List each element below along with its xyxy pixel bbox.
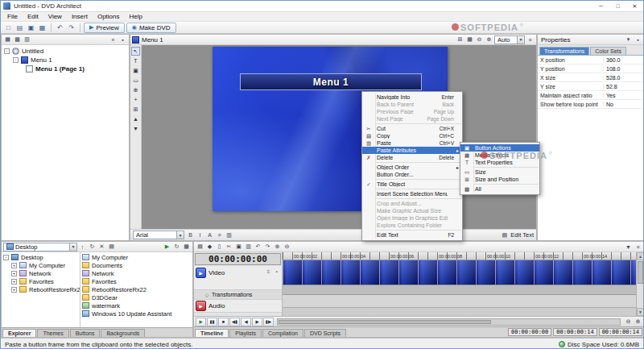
menu-item-title-object[interactable]: ✓Title Object bbox=[362, 181, 462, 188]
explorer-tree-item-favorites[interactable]: +Favorites bbox=[2, 277, 80, 285]
horizontal-scrollbar[interactable] bbox=[277, 318, 621, 326]
auto-preview-icon[interactable]: ↻ bbox=[172, 243, 181, 251]
redo-icon[interactable]: ↷ bbox=[66, 23, 76, 33]
stop-button[interactable]: ■ bbox=[218, 318, 229, 326]
zoom-out-icon[interactable]: ⊖ bbox=[475, 35, 484, 44]
zoom-in-icon[interactable]: ⊕ bbox=[273, 243, 282, 251]
track-mute-icon[interactable]: ▪ bbox=[273, 268, 280, 275]
property-value[interactable]: No bbox=[604, 102, 644, 107]
property-value[interactable]: 528.0 bbox=[604, 75, 644, 81]
menu-item-copy[interactable]: ▤CopyCtrl+C bbox=[362, 132, 462, 139]
menu-item-paste-attributes[interactable]: Paste Attributes► bbox=[362, 147, 462, 154]
menu-item-button-actions[interactable]: ▣Button Actions bbox=[460, 144, 539, 152]
track-fx-icon[interactable]: ≡ bbox=[265, 268, 272, 275]
properties-tab-color-sets[interactable]: Color Sets bbox=[590, 47, 626, 55]
property-value[interactable]: 108.0 bbox=[604, 66, 644, 72]
project-properties-icon[interactable]: ▦ bbox=[37, 23, 47, 33]
menu-item-open-image-in-graphics-editor[interactable]: Open Image in Graphics Editor bbox=[362, 214, 462, 222]
timeline-tab-timeline[interactable]: Timeline bbox=[195, 329, 229, 337]
menu-item-media-effects[interactable]: ▦Media Effects bbox=[460, 152, 539, 159]
file-item-windows-10-update-assistant[interactable]: Windows 10 Update Assistant bbox=[80, 310, 192, 318]
menu-editor-canvas[interactable]: Menu 1 bbox=[142, 45, 536, 229]
chapter-marker-icon[interactable]: ▼ bbox=[624, 243, 633, 251]
explorer-tree-item-desktop[interactable]: -Desktop bbox=[2, 253, 80, 261]
file-item-favorites[interactable]: Favorites bbox=[80, 277, 192, 285]
minimize-button[interactable]: ─ bbox=[592, 1, 609, 11]
chevron-down-icon[interactable]: ▼ bbox=[69, 243, 76, 251]
expander-icon[interactable]: - bbox=[3, 255, 9, 260]
timeline-tab-playlists[interactable]: Playlists bbox=[229, 329, 262, 337]
pause-button[interactable]: ▮▮ bbox=[207, 318, 217, 326]
explorer-tab-themes[interactable]: Themes bbox=[37, 329, 68, 337]
delete-icon[interactable]: ✕ bbox=[97, 243, 106, 251]
property-value[interactable]: Yes bbox=[604, 93, 644, 98]
transformations-track-header[interactable]: ◇ Transformations bbox=[194, 290, 282, 300]
safe-areas-icon[interactable]: ▦ bbox=[465, 35, 474, 44]
timeline-ruler[interactable]: 00:00:00:0200:00:00:0400:00:00:0600:00:0… bbox=[283, 252, 636, 260]
menu-item-previous-page[interactable]: Previous PagePage Up bbox=[362, 108, 462, 115]
image-tool-icon[interactable]: ▣ bbox=[131, 66, 140, 75]
insert-media-icon[interactable]: ▥ bbox=[23, 35, 31, 44]
go-to-end-button[interactable]: ▮▶ bbox=[263, 318, 274, 326]
scroll-down-icon[interactable]: ▼ bbox=[637, 308, 644, 316]
explorer-tree-item-my-computer[interactable]: +My Computer bbox=[2, 261, 80, 269]
undo-icon[interactable]: ↶ bbox=[55, 23, 65, 33]
zoom-out-time-icon[interactable]: ⊖ bbox=[624, 318, 633, 326]
property-row-show-before-loop-point[interactable]: Show before loop pointNo bbox=[538, 100, 644, 109]
menu-item-explore-containing-folder[interactable]: Explore Containing Folder bbox=[362, 222, 462, 229]
show-grid-icon[interactable]: ⊞ bbox=[456, 35, 464, 44]
property-value[interactable]: 52.8 bbox=[604, 84, 644, 89]
scrollbar-thumb[interactable] bbox=[279, 320, 491, 324]
menu-item-insert-scene-selection-menu[interactable]: Insert Scene Selection Menu... bbox=[362, 190, 462, 197]
insert-page-icon[interactable]: ▩ bbox=[13, 35, 22, 44]
maximize-button[interactable]: □ bbox=[609, 1, 626, 11]
zoom-in-time-icon[interactable]: ⊕ bbox=[634, 318, 642, 326]
menu-title-object[interactable]: Menu 1 bbox=[240, 73, 422, 90]
zoom-out-icon[interactable]: ⊖ bbox=[283, 243, 291, 251]
undo-icon[interactable]: ↶ bbox=[254, 243, 262, 251]
project-root-item[interactable]: - Untitled bbox=[2, 47, 129, 56]
timeline-tab-compilation[interactable]: Compilation bbox=[262, 329, 303, 337]
expander-icon[interactable]: + bbox=[11, 271, 17, 276]
audio-track-header[interactable]: ▶ Audio bbox=[194, 300, 282, 313]
pin-panel-icon[interactable]: ▪ bbox=[118, 35, 127, 44]
previous-frame-button[interactable]: ◀ bbox=[241, 318, 251, 326]
pan-tool-icon[interactable]: + bbox=[131, 95, 140, 104]
transformations-track-lane[interactable] bbox=[283, 285, 636, 295]
copy-icon[interactable]: ▣ bbox=[234, 243, 243, 251]
menu-item-delete[interactable]: ✗DeleteDelete bbox=[362, 154, 462, 161]
video-track-header[interactable]: ▶ Video ≡▪ bbox=[194, 266, 282, 290]
expander-icon[interactable]: - bbox=[4, 48, 10, 54]
new-project-icon[interactable]: □ bbox=[3, 23, 14, 33]
order-up-icon[interactable]: ▲ bbox=[131, 114, 140, 123]
address-combo[interactable]: Desktop ▼ bbox=[3, 243, 77, 251]
grid-tool-icon[interactable]: ⊞ bbox=[131, 105, 140, 114]
zoom-tool-icon[interactable]: ⊕ bbox=[131, 85, 140, 94]
menu-item-crop-and-adjust[interactable]: Crop and Adjust... bbox=[362, 200, 462, 207]
views-icon[interactable]: ▤ bbox=[107, 243, 116, 251]
menu-item-size-and-position[interactable]: ⊞Size and Position bbox=[460, 176, 539, 183]
project-page-item[interactable]: Menu 1 (Page 1) bbox=[2, 64, 129, 73]
vertical-scrollbar[interactable]: ▲ ▼ bbox=[636, 252, 644, 316]
menu-item-size[interactable]: ▭Size bbox=[460, 168, 539, 176]
file-item-my-computer[interactable]: My Computer bbox=[80, 253, 192, 261]
properties-options-icon[interactable]: ▾ bbox=[624, 35, 633, 44]
order-down-icon[interactable]: ▼ bbox=[131, 124, 140, 133]
file-item-watermark[interactable]: watermark bbox=[80, 301, 192, 310]
expander-icon[interactable]: - bbox=[13, 57, 19, 63]
text-color-icon[interactable]: A bbox=[205, 231, 214, 239]
menu-item-all[interactable]: ▩All bbox=[460, 185, 539, 193]
menu-edit[interactable]: Edit bbox=[23, 12, 43, 21]
cut-icon[interactable]: ✂ bbox=[225, 243, 233, 251]
text-tool-icon[interactable]: T bbox=[131, 56, 140, 65]
audio-track-lane[interactable] bbox=[283, 295, 636, 308]
menu-insert[interactable]: Insert bbox=[67, 12, 93, 21]
video-track-clip[interactable] bbox=[283, 260, 636, 285]
font-combo[interactable]: Arial ▼ bbox=[133, 231, 184, 239]
expander-icon[interactable]: + bbox=[11, 263, 17, 268]
align-text-icon[interactable]: ≡ bbox=[215, 231, 224, 239]
insert-chapter-icon[interactable]: ◆ bbox=[205, 243, 214, 251]
menu-help[interactable]: Help bbox=[124, 12, 147, 21]
scroll-up-icon[interactable]: ▲ bbox=[637, 252, 644, 260]
redo-icon[interactable]: ↷ bbox=[263, 243, 272, 251]
